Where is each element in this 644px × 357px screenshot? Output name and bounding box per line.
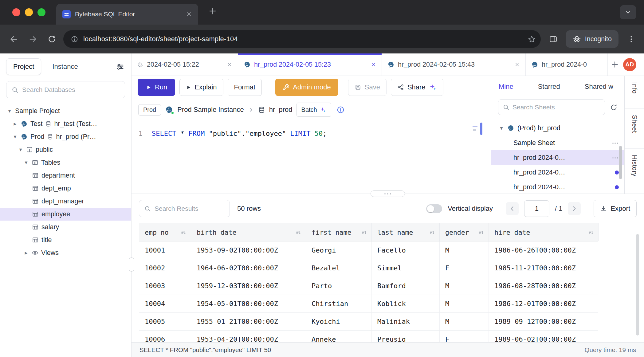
table-cell[interactable]: 10005 — [139, 313, 191, 330]
vertical-display-toggle[interactable] — [426, 204, 442, 213]
table-cell[interactable]: 1954-05-01T00:00:00Z — [191, 295, 306, 312]
tab-instance[interactable]: Instance — [52, 63, 78, 71]
database-name[interactable]: hr_prod — [269, 106, 293, 114]
tree-item-employee[interactable]: employee — [0, 208, 131, 221]
browser-tab[interactable]: Bytebase SQL Editor — [56, 4, 198, 25]
close-icon[interactable] — [514, 62, 520, 67]
editor-tab-2-active[interactable]: hr_prod 2024-02-05 15:23 — [238, 53, 382, 76]
close-window-button[interactable] — [12, 8, 20, 16]
table-cell[interactable]: 1986-12-01T00:00:00Z — [489, 295, 598, 312]
table-cell[interactable]: M — [440, 313, 489, 330]
table-cell[interactable]: 1986-08-28T00:00:00Z — [489, 277, 598, 295]
export-button[interactable]: Export — [594, 200, 637, 217]
forward-button[interactable] — [28, 34, 38, 44]
editor-tab-4[interactable]: hr_prod 2024-0 — [526, 53, 608, 76]
table-cell[interactable]: Bezalel — [306, 259, 372, 277]
prev-page-button[interactable] — [506, 202, 519, 215]
tree-item-schema-public[interactable]: public — [0, 143, 131, 156]
table-cell[interactable]: Simmel — [372, 259, 440, 277]
sheets-scrollbar[interactable] — [619, 146, 622, 179]
chevron-down-icon[interactable] — [499, 125, 504, 131]
tree-item-dept-emp[interactable]: dept_emp — [0, 182, 131, 195]
editor-tab-3[interactable]: hr_prod 2024-02-05 15:43 — [382, 53, 526, 76]
tree-item-dept-manager[interactable]: dept_manager — [0, 195, 131, 208]
close-icon[interactable] — [227, 62, 232, 67]
chevron-down-icon[interactable] — [12, 134, 18, 139]
column-header-gender[interactable]: gender — [440, 223, 489, 241]
zoom-window-button[interactable] — [37, 8, 45, 16]
tab-info[interactable]: Info — [625, 76, 644, 109]
column-header-birth-date[interactable]: birth_date — [191, 223, 306, 241]
table-cell[interactable]: M — [440, 295, 489, 312]
table-cell[interactable]: Koblick — [372, 295, 440, 312]
tree-item-sample-project[interactable]: Sample Project — [0, 104, 131, 117]
table-cell[interactable]: 1989-09-12T00:00:00Z — [489, 313, 598, 330]
table-cell[interactable]: 1955-01-21T00:00:00Z — [191, 313, 306, 330]
tab-starred[interactable]: Starred — [538, 83, 560, 91]
table-cell[interactable]: 10006 — [139, 331, 191, 342]
sort-icon[interactable] — [296, 230, 301, 235]
new-tab-button[interactable] — [208, 7, 217, 15]
chevron-down-icon[interactable] — [23, 160, 29, 165]
ai-sparkle-icon[interactable] — [429, 83, 437, 91]
chevron-right-icon[interactable] — [12, 121, 18, 127]
editor-tab-1[interactable]: 2024-02-05 15:22 — [132, 53, 238, 76]
save-button[interactable]: Save — [348, 79, 387, 96]
bookmark-star-icon[interactable] — [528, 35, 536, 43]
minimize-window-button[interactable] — [25, 8, 33, 16]
tree-item-title[interactable]: title — [0, 233, 131, 246]
tree-item-prod-environment[interactable]: Prod hr_prod (Pr… — [0, 130, 131, 143]
close-icon[interactable] — [371, 62, 376, 67]
reload-button[interactable] — [47, 34, 57, 44]
sort-icon[interactable] — [478, 230, 484, 235]
table-cell[interactable]: 10002 — [139, 259, 191, 277]
sort-icon[interactable] — [181, 230, 187, 235]
close-tab-icon[interactable] — [186, 11, 192, 17]
tree-item-salary[interactable]: salary — [0, 221, 131, 233]
share-button[interactable]: Share — [391, 79, 443, 96]
table-cell[interactable]: 10004 — [139, 295, 191, 312]
format-button[interactable]: Format — [228, 79, 262, 96]
sort-icon[interactable] — [361, 230, 367, 235]
instance-name[interactable]: Prod Sample Instance — [177, 106, 244, 114]
search-sheets-input[interactable] — [512, 104, 600, 111]
sheet-item[interactable]: hr_prod 2024-0… — [491, 180, 624, 194]
sheet-item[interactable]: hr_prod 2024-0… — [491, 165, 624, 180]
table-cell[interactable]: M — [440, 241, 489, 259]
editor-scrollbar[interactable] — [480, 123, 482, 135]
filter-settings-icon[interactable] — [116, 63, 124, 71]
tab-project[interactable]: Project — [6, 58, 41, 75]
tab-mine[interactable]: Mine — [499, 83, 513, 91]
table-cell[interactable]: 1953-09-02T00:00:00Z — [191, 241, 306, 259]
chevron-right-icon[interactable] — [23, 250, 29, 256]
run-button[interactable]: Run — [138, 79, 175, 96]
table-cell[interactable]: Anneke — [306, 331, 372, 342]
table-cell[interactable]: F — [440, 259, 489, 277]
more-menu-icon[interactable] — [611, 154, 619, 161]
sheets-search[interactable] — [498, 99, 605, 115]
refresh-icon[interactable] — [610, 104, 618, 111]
info-icon[interactable] — [336, 106, 345, 114]
sidebar-resize-handle[interactable] — [129, 257, 134, 272]
sheet-item-selected[interactable]: hr_prod 2024-0… — [491, 150, 624, 165]
sql-code[interactable]: SELECT * FROM "public"."employee" LIMIT … — [152, 127, 327, 140]
sheets-group-hr-prod[interactable]: (Prod) hr_prod — [491, 121, 624, 135]
back-button[interactable] — [9, 34, 19, 44]
table-cell[interactable]: 1953-04-20T00:00:00Z — [191, 331, 306, 342]
user-avatar[interactable]: AD — [623, 58, 636, 71]
tab-sheet[interactable]: Sheet — [625, 109, 644, 149]
table-cell[interactable]: 1985-11-21T00:00:00Z — [489, 259, 598, 277]
search-databases-input[interactable] — [22, 86, 120, 93]
url-bar[interactable]: localhost:8080/sql-editor/sheet/project-… — [63, 30, 541, 48]
table-cell[interactable]: Georgi — [306, 241, 372, 259]
tree-item-tables[interactable]: Tables — [0, 156, 131, 169]
table-cell[interactable]: Preusig — [372, 331, 440, 342]
table-cell[interactable]: M — [440, 277, 489, 295]
table-cell[interactable]: 10001 — [139, 241, 191, 259]
admin-mode-button[interactable]: Admin mode — [275, 79, 338, 96]
table-cell[interactable]: Parto — [306, 277, 372, 295]
table-cell[interactable]: 10003 — [139, 277, 191, 295]
batch-button[interactable]: Batch — [296, 103, 331, 117]
table-cell[interactable]: Kyoichi — [306, 313, 372, 330]
chevron-down-icon[interactable] — [7, 108, 12, 114]
